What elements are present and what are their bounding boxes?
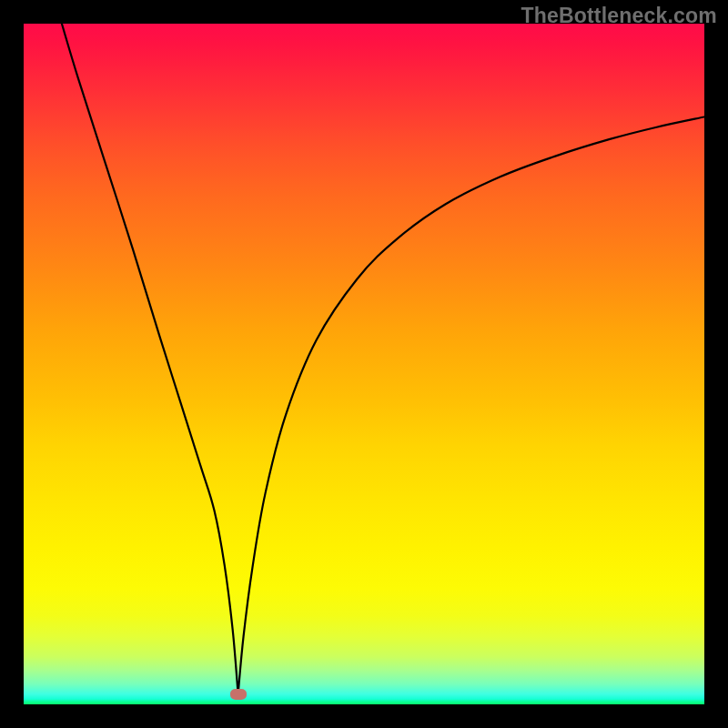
watermark-text: TheBottleneck.com [521, 4, 717, 28]
plot-area [24, 24, 704, 704]
optimal-point-marker [230, 689, 247, 700]
bottleneck-curve [24, 24, 704, 704]
chart-frame: TheBottleneck.com [0, 0, 728, 728]
